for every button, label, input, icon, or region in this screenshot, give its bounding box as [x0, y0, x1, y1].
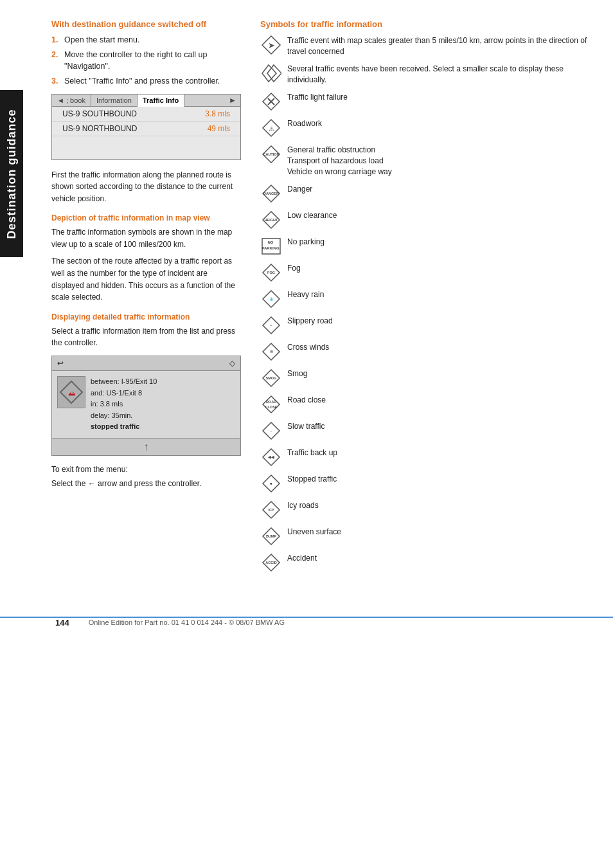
mockup-header: ◄ ; book Information Traffic Info ►	[52, 95, 240, 107]
svg-text:~: ~	[270, 323, 272, 327]
symbol-row: BUMP Uneven surface	[260, 525, 594, 547]
tab-trafficinfo: Traffic Info	[138, 95, 184, 107]
detail-body: 🚗 between: I-95/Exit 10 and: US-1/Exit 8…	[52, 371, 240, 438]
symbol-icon-diamond-smog: SMOG	[260, 367, 282, 389]
symbol-text-12: Smog	[287, 367, 594, 379]
detail-header: ↩ ◇	[52, 356, 240, 371]
symbol-text-7: No parking	[287, 235, 594, 248]
steps-list: 1. Open the start menu. 2. Move the cont…	[51, 34, 241, 87]
right-column: Symbols for traffic information ➤ Traffi…	[260, 19, 594, 578]
symbol-text-16: Stopped traffic	[287, 473, 594, 485]
svg-text:💧: 💧	[269, 296, 274, 302]
page-number: 144	[55, 618, 69, 628]
displaying-heading: Displaying detailed traffic information	[51, 312, 241, 321]
symbol-icon-diamond-stopped: ■	[260, 473, 282, 494]
svg-text:ICY: ICY	[268, 508, 274, 512]
symbol-icon-diamond-slip: ~	[260, 314, 282, 336]
symbol-row: ACCID Accident	[260, 552, 594, 574]
symbol-icon-diamond-icy: ICY	[260, 499, 282, 521]
symbols-list: ➤ Traffic event with map scales greater …	[260, 34, 594, 574]
svg-text:◀◀: ◀◀	[267, 455, 274, 459]
svg-text:ROAD: ROAD	[266, 400, 276, 404]
symbol-row: CAUTION General traffic obstruction Tran…	[260, 143, 594, 178]
symbol-row: 💧 Heavy rain	[260, 288, 594, 310]
symbol-text-13: Road close	[287, 393, 594, 406]
symbol-row: HEIGHT Low clearance	[260, 209, 594, 231]
traffic-info-mockup: ◄ ; book Information Traffic Info ► US-9…	[51, 94, 241, 160]
symbol-row: DANGER Danger	[260, 183, 594, 204]
symbol-text-14: Slow traffic	[287, 420, 594, 432]
exit-text-1: To exit from the menu:	[51, 465, 241, 474]
svg-text:ACCID: ACCID	[265, 561, 276, 565]
symbol-text-15: Traffic back up	[287, 446, 594, 458]
symbol-icon-diamond-slow: ~	[260, 420, 282, 442]
svg-text:CAUTION: CAUTION	[263, 152, 279, 156]
displaying-text: Select a traffic information item from t…	[51, 325, 241, 349]
svg-text:~: ~	[270, 429, 272, 433]
svg-text:➤: ➤	[268, 41, 275, 50]
symbol-row: FOG Fog	[260, 262, 594, 284]
svg-text:HEIGHT: HEIGHT	[265, 218, 278, 222]
symbol-text-10: Slippery road	[287, 314, 594, 327]
detail-mockup: ↩ ◇ 🚗 between: I-95/Exit 10 and: US-1/Ex…	[51, 356, 241, 456]
symbol-row: ■ Stopped traffic	[260, 473, 594, 494]
symbol-row: ◀◀ Traffic back up	[260, 446, 594, 468]
symbol-row: Traffic light failure	[260, 91, 594, 113]
symbol-text-2: Traffic light failure	[287, 91, 594, 103]
svg-text:⚠: ⚠	[269, 125, 274, 132]
depiction-text2: The section of the route affected by a t…	[51, 255, 241, 303]
symbol-icon-rect-nopark: NOPARKING	[260, 235, 282, 257]
symbol-text-19: Accident	[287, 552, 594, 564]
depiction-text1: The traffic information symbols are show…	[51, 226, 241, 250]
main-content: With destination guidance switched off 1…	[32, 0, 613, 591]
sidebar-label: Destination guidance	[0, 90, 23, 257]
symbol-text-0: Traffic event with map scales greater th…	[287, 34, 594, 58]
mockup-row-1: US-9 SOUTHBOUND 3.8 mls	[52, 107, 240, 122]
symbol-icon-diamond-wind: ≋	[260, 341, 282, 363]
mockup-row-2: US-9 NORTHBOUND 49 mls	[52, 122, 240, 136]
symbol-row: ICY Icy roads	[260, 499, 594, 521]
symbol-text-9: Heavy rain	[287, 288, 594, 300]
symbol-row: SMOG Smog	[260, 367, 594, 389]
symbol-row: ➤ Traffic event with map scales greater …	[260, 34, 594, 58]
symbol-icon-diamond-roadwork: ⚠	[260, 117, 282, 139]
symbol-text-8: Fog	[287, 262, 594, 274]
svg-text:DANGER: DANGER	[263, 192, 279, 195]
symbol-text-3: Roadwork	[287, 117, 594, 129]
up-arrow-icon: ↑	[144, 441, 149, 453]
list-item: 2. Move the controller to the right to c…	[51, 49, 241, 72]
svg-text:CLOSE: CLOSE	[265, 405, 278, 409]
svg-text:PARKING: PARKING	[262, 246, 280, 250]
symbol-text-5: Danger	[287, 183, 594, 195]
symbol-icon-double-diamond	[260, 62, 282, 84]
page-footer: 144 Online Edition for Part no. 01 41 0 …	[0, 617, 613, 640]
svg-text:FOG: FOG	[267, 271, 275, 275]
first-traffic-text: First the traffic information along the …	[51, 169, 241, 205]
symbol-icon-diamond-danger: DANGER	[260, 183, 282, 204]
symbol-text-4: General traffic obstruction Transport of…	[287, 143, 594, 178]
symbol-text-1: Several traffic events have been receive…	[287, 62, 594, 86]
svg-marker-4	[262, 65, 276, 82]
detail-arrow-icon: ◇	[229, 359, 235, 368]
symbol-icon-diamond-backup: ◀◀	[260, 446, 282, 468]
svg-text:BUMP: BUMP	[266, 534, 277, 538]
left-column: With destination guidance switched off 1…	[51, 19, 241, 578]
svg-text:NO: NO	[268, 240, 274, 244]
list-item: 1. Open the start menu.	[51, 34, 241, 46]
symbol-row: ≋ Cross winds	[260, 341, 594, 363]
mockup-arrow: ►	[225, 95, 240, 106]
symbol-icon-diamond-accident: ACCID	[260, 552, 282, 574]
symbol-row: NOPARKING No parking	[260, 235, 594, 257]
symbol-icon-diamond-fog: FOG	[260, 262, 282, 284]
symbol-row: ~ Slow traffic	[260, 420, 594, 442]
detail-footer: ↑	[52, 438, 240, 455]
svg-text:SMOG: SMOG	[266, 376, 277, 380]
symbol-icon-diamond-height: HEIGHT	[260, 209, 282, 231]
symbol-icon-diamond-x	[260, 91, 282, 113]
detail-text: between: I-95/Exit 10 and: US-1/Exit 8 i…	[91, 376, 157, 433]
detail-traffic-icon: 🚗	[57, 376, 85, 408]
back-arrow-icon: ←	[88, 479, 96, 488]
symbol-row: Several traffic events have been receive…	[260, 62, 594, 86]
svg-text:🚗: 🚗	[68, 389, 76, 397]
symbol-icon-diamond-roadclose: ROADCLOSE	[260, 393, 282, 415]
